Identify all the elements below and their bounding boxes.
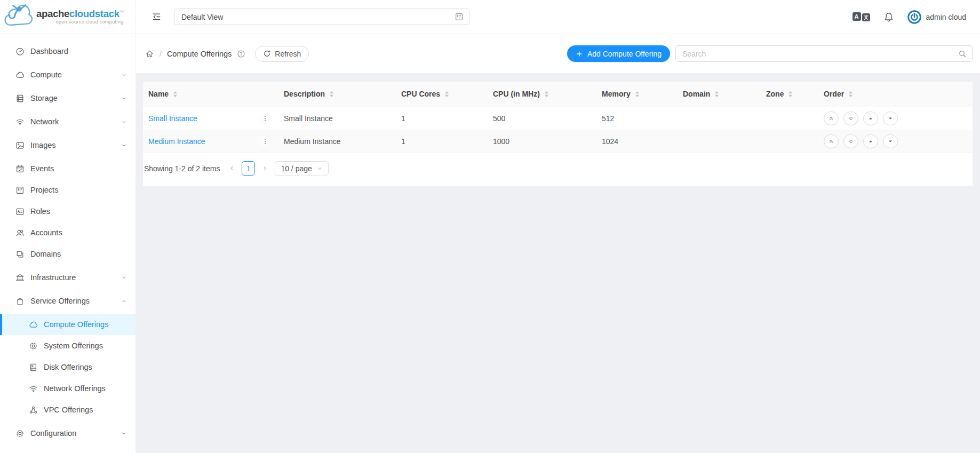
chevron-down-icon bbox=[121, 275, 127, 281]
sidebar-item-vpc-offerings[interactable]: VPC Offerings bbox=[0, 399, 136, 420]
gear-icon bbox=[29, 341, 38, 351]
sidebar-item-events[interactable]: Events bbox=[0, 158, 136, 179]
sidebar-item-compute-offerings[interactable]: Compute Offerings bbox=[0, 314, 136, 335]
question-circle-icon[interactable] bbox=[237, 50, 245, 58]
move-to-bottom-button[interactable] bbox=[843, 134, 858, 148]
home-icon[interactable] bbox=[145, 49, 154, 58]
sidebar-item-label: Network Offerings bbox=[44, 384, 106, 393]
sidebar-item-network[interactable]: Network bbox=[0, 111, 136, 132]
move-up-button[interactable] bbox=[863, 112, 878, 125]
row-actions-button[interactable] bbox=[259, 113, 271, 124]
cell-cpu-mhz: 500 bbox=[488, 107, 596, 130]
offering-name-link[interactable]: Medium Instance bbox=[148, 137, 205, 146]
row-actions-button[interactable] bbox=[259, 136, 271, 147]
search-input[interactable] bbox=[682, 50, 958, 58]
sidebar-item-system-offerings[interactable]: System Offerings bbox=[0, 335, 136, 356]
column-sorter-icon bbox=[848, 91, 853, 98]
pagination-page-1[interactable]: 1 bbox=[242, 161, 255, 176]
search-box bbox=[675, 45, 973, 62]
view-selector[interactable]: Default View bbox=[174, 9, 469, 25]
main-area: Default View A bbox=[136, 0, 980, 453]
column-header-order[interactable]: Order bbox=[818, 82, 973, 107]
chevron-left-icon bbox=[228, 165, 235, 172]
search-icon[interactable] bbox=[958, 50, 967, 58]
sidebar-item-accounts[interactable]: Accounts bbox=[0, 222, 136, 243]
move-to-top-button[interactable] bbox=[824, 134, 839, 148]
pagination: Showing 1-2 of 2 items 1 10 / page bbox=[144, 161, 973, 176]
add-compute-offering-button[interactable]: Add Compute Offering bbox=[567, 45, 670, 62]
project-icon bbox=[455, 12, 464, 21]
sidebar-item-label: Images bbox=[30, 141, 56, 149]
chevron-down-icon bbox=[121, 119, 127, 125]
offerings-card: NameDescriptionCPU CoresCPU (in MHz)Memo… bbox=[143, 82, 973, 186]
column-header-cpu-cores[interactable]: CPU Cores bbox=[396, 82, 488, 107]
page-size-select[interactable]: 10 / page bbox=[275, 161, 328, 176]
sidebar-item-dashboard[interactable]: Dashboard bbox=[0, 41, 136, 62]
sidebar-item-label: Dashboard bbox=[30, 47, 68, 55]
column-header-memory[interactable]: Memory bbox=[596, 82, 678, 107]
cloud-icon bbox=[29, 320, 38, 329]
sidebar-item-label: Network bbox=[30, 117, 59, 126]
column-header-cpu-in-mhz-[interactable]: CPU (in MHz) bbox=[488, 82, 596, 107]
sidebar-item-disk-offerings[interactable]: Disk Offerings bbox=[0, 356, 136, 378]
refresh-button[interactable]: Refresh bbox=[255, 46, 309, 62]
page-title: Compute Offerings bbox=[167, 50, 232, 58]
move-up-button[interactable] bbox=[863, 134, 878, 148]
chevron-down-icon bbox=[121, 72, 127, 78]
sidebar-item-storage[interactable]: Storage bbox=[0, 88, 136, 109]
sidebar-item-label: Service Offerings bbox=[30, 297, 90, 305]
pagination-next-button[interactable] bbox=[261, 165, 268, 172]
move-to-top-button[interactable] bbox=[824, 112, 839, 125]
sidebar-item-projects[interactable]: Projects bbox=[0, 179, 136, 201]
sidebar-item-label: System Offerings bbox=[44, 341, 103, 350]
view-selector-value: Default View bbox=[181, 13, 223, 21]
chevron-down-icon bbox=[121, 142, 127, 148]
column-sorter-icon bbox=[635, 91, 640, 98]
sidebar: apachecloudstack™ open source cloud comp… bbox=[0, 0, 136, 453]
search-icon bbox=[958, 50, 967, 58]
menu-fold-icon[interactable] bbox=[152, 12, 161, 21]
move-down-button[interactable] bbox=[883, 112, 898, 125]
bank-icon bbox=[15, 273, 25, 282]
cell-description: Medium Instance bbox=[278, 130, 396, 153]
content-area: NameDescriptionCPU CoresCPU (in MHz)Memo… bbox=[136, 73, 980, 453]
column-header-domain[interactable]: Domain bbox=[678, 82, 761, 107]
chevron-down-icon bbox=[316, 165, 323, 172]
translation-icon[interactable]: A bbox=[852, 12, 870, 21]
pagination-prev-button[interactable] bbox=[228, 165, 235, 172]
sidebar-item-images[interactable]: Images bbox=[0, 134, 136, 156]
user-avatar-icon bbox=[907, 10, 921, 24]
breadcrumb-separator: / bbox=[160, 50, 162, 58]
shopping-bag-icon bbox=[15, 297, 25, 306]
column-header-description[interactable]: Description bbox=[278, 82, 396, 107]
gear-icon bbox=[15, 429, 25, 438]
sidebar-item-domains[interactable]: Domains bbox=[0, 243, 136, 265]
reload-icon bbox=[263, 50, 271, 58]
move-down-button[interactable] bbox=[883, 134, 898, 148]
sidebar-item-label: Compute bbox=[30, 70, 62, 79]
sidebar-item-service-offerings[interactable]: Service Offerings bbox=[0, 290, 136, 312]
caret-up-icon bbox=[867, 138, 874, 145]
user-menu[interactable]: admin cloud bbox=[907, 10, 967, 24]
sidebar-item-network-offerings[interactable]: Network Offerings bbox=[0, 378, 136, 399]
brand-tagline: open source cloud computing bbox=[55, 20, 123, 25]
table-header-row: NameDescriptionCPU CoresCPU (in MHz)Memo… bbox=[143, 82, 973, 107]
sidebar-item-roles[interactable]: Roles bbox=[0, 201, 136, 222]
move-to-bottom-button[interactable] bbox=[843, 112, 858, 125]
cell-zone bbox=[761, 107, 818, 130]
pagination-summary: Showing 1-2 of 2 items bbox=[144, 164, 220, 173]
brand-logo[interactable]: apachecloudstack™ open source cloud comp… bbox=[0, 0, 136, 34]
sidebar-item-compute[interactable]: Compute bbox=[0, 64, 136, 85]
sidebar-item-infrastructure[interactable]: Infrastructure bbox=[0, 267, 136, 288]
topbar: Default View A bbox=[136, 0, 980, 34]
disk-icon bbox=[29, 363, 38, 372]
column-header-zone[interactable]: Zone bbox=[761, 82, 818, 107]
user-name: admin cloud bbox=[926, 13, 967, 21]
offering-name-link[interactable]: Small Instance bbox=[148, 114, 197, 123]
toolbar: / Compute Offerings Refresh Add Compute … bbox=[136, 34, 980, 73]
cell-cpu-cores: 1 bbox=[396, 130, 488, 153]
cloudstack-monkey-cloud-icon bbox=[3, 2, 34, 31]
column-header-name[interactable]: Name bbox=[143, 82, 278, 107]
notification-bell-icon[interactable] bbox=[883, 12, 894, 22]
sidebar-item-configuration[interactable]: Configuration bbox=[0, 423, 136, 444]
